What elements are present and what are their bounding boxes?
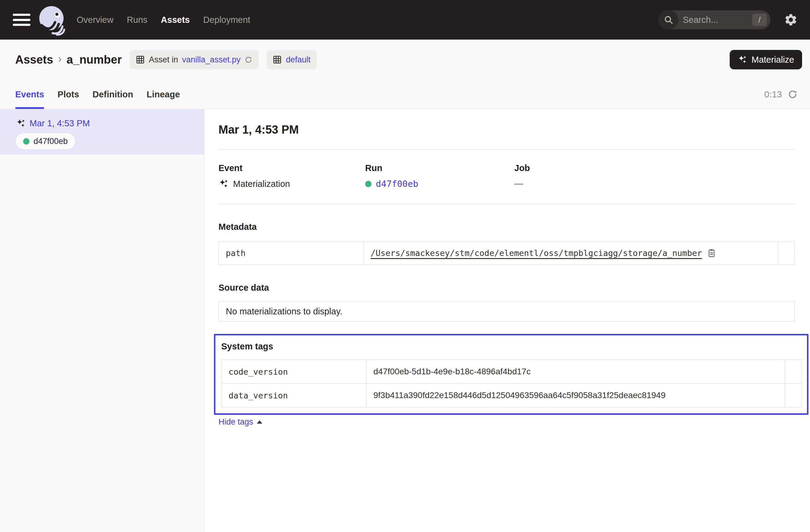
run-badge[interactable]: d47f00eb [16, 133, 75, 149]
search-shortcut-key: / [752, 14, 767, 26]
search-icon [659, 10, 679, 29]
tab-definition[interactable]: Definition [93, 80, 133, 109]
menu-button[interactable] [13, 13, 30, 27]
event-list-item-selected[interactable]: Mar 1, 4:53 PM d47f00eb [0, 109, 204, 155]
materialize-button-label: Materialize [751, 55, 794, 65]
content-area: Mar 1, 4:53 PM d47f00eb Mar 1, 4:53 PM E… [0, 109, 810, 532]
metadata-key: path [219, 242, 363, 264]
copy-path-button[interactable] [707, 248, 716, 258]
divider [218, 149, 795, 150]
refresh-control: 0:13 [764, 80, 798, 109]
table-row: path /Users/smackesey/stm/code/elementl/… [219, 242, 794, 264]
event-type-value: Materialization [218, 179, 365, 189]
collapse-caret-icon[interactable] [257, 420, 262, 424]
path-value-link[interactable]: /Users/smackesey/stm/code/elementl/oss/t… [371, 248, 702, 258]
table-end-cell [785, 384, 801, 407]
clipboard-icon [707, 248, 716, 258]
event-detail-title: Mar 1, 4:53 PM [218, 123, 809, 136]
job-column-header: Job [514, 163, 795, 173]
event-detail-panel: Mar 1, 4:53 PM Event Materialization Run… [205, 109, 810, 532]
system-tags-highlight-box: System tags code_version d47f00eb-5d1b-4… [214, 334, 809, 415]
search-input[interactable] [679, 15, 752, 25]
asset-file-link[interactable]: vanilla_asset.py [182, 55, 240, 65]
table-row: code_version d47f00eb-5d1b-4e9e-b18c-489… [222, 360, 801, 383]
refresh-icon[interactable] [788, 89, 798, 99]
tag-value: d47f00eb-5d1b-4e9e-b18c-4896af4bd17c [366, 360, 785, 383]
tab-lineage[interactable]: Lineage [147, 80, 180, 109]
metadata-heading: Metadata [218, 222, 809, 232]
tag-value: 9f3b411a390fd22e158d446d5d12504963596aa6… [366, 384, 785, 407]
system-tags-heading: System tags [221, 341, 795, 352]
event-timestamp-row[interactable]: Mar 1, 4:53 PM [16, 118, 204, 128]
breadcrumb: Assets › a_number [15, 53, 122, 66]
tab-events[interactable]: Events [15, 80, 44, 109]
asset-tabs: Events Plots Definition Lineage 0:13 [0, 80, 810, 109]
materialization-sparkle-icon [16, 118, 26, 128]
search-box[interactable]: / [659, 10, 771, 29]
tag-key: code_version [222, 360, 366, 383]
run-id-link[interactable]: d47f00eb [376, 179, 418, 189]
event-column-header: Event [218, 163, 365, 173]
run-column-header: Run [365, 163, 514, 173]
divider [218, 204, 795, 204]
materialize-button[interactable]: Materialize [730, 50, 802, 69]
octopus-logo-icon [36, 4, 67, 36]
dagster-logo[interactable] [35, 3, 68, 36]
metadata-table: path /Users/smackesey/stm/code/elementl/… [218, 241, 795, 265]
run-success-dot-icon [365, 181, 372, 187]
event-summary-grid: Event Materialization Run d47f00eb Job — [218, 163, 795, 189]
page-title: a_number [67, 53, 122, 66]
asset-in-label: Asset in [149, 55, 178, 65]
reload-definition-icon[interactable] [244, 56, 253, 64]
source-data-heading: Source data [218, 283, 809, 293]
table-end-cell [778, 242, 794, 264]
job-empty-value: — [514, 179, 795, 189]
system-tags-table: code_version d47f00eb-5d1b-4e9e-b18c-489… [221, 359, 802, 407]
nav-assets[interactable]: Assets [161, 15, 190, 25]
asset-group-icon [273, 55, 282, 64]
asset-page-header: Assets › a_number Asset in vanilla_asset… [0, 39, 810, 80]
table-end-cell [785, 360, 801, 383]
nav-overview[interactable]: Overview [77, 15, 113, 25]
table-row: data_version 9f3b411a390fd22e158d446d5d1… [222, 383, 801, 407]
event-timestamp-link[interactable]: Mar 1, 4:53 PM [30, 118, 90, 128]
tag-key: data_version [222, 384, 366, 407]
asset-definition-badge[interactable]: Asset in vanilla_asset.py [130, 50, 259, 69]
top-navigation-bar: Overview Runs Assets Deployment / [0, 0, 810, 39]
menu-icon [13, 14, 30, 16]
event-list-sidebar: Mar 1, 4:53 PM d47f00eb [0, 109, 205, 532]
run-id-label: d47f00eb [33, 136, 68, 146]
tab-plots[interactable]: Plots [58, 80, 79, 109]
primary-nav: Overview Runs Assets Deployment [77, 15, 250, 25]
nav-deployment[interactable]: Deployment [203, 15, 250, 25]
nav-runs[interactable]: Runs [127, 15, 148, 25]
asset-group-badge[interactable]: default [266, 50, 317, 69]
sparkle-icon [738, 55, 747, 65]
materialization-sparkle-icon [218, 179, 229, 189]
refresh-countdown: 0:13 [764, 89, 782, 99]
hide-tags-control: Hide tags [218, 417, 809, 427]
table-icon [136, 55, 145, 64]
run-success-dot-icon [23, 138, 30, 145]
breadcrumb-assets-link[interactable]: Assets [15, 53, 53, 66]
settings-gear-icon[interactable] [784, 13, 798, 27]
hide-tags-link[interactable]: Hide tags [218, 417, 253, 427]
breadcrumb-chevron-icon: › [58, 53, 62, 65]
source-data-empty-state: No materializations to display. [218, 301, 795, 322]
asset-group-link[interactable]: default [286, 55, 310, 65]
